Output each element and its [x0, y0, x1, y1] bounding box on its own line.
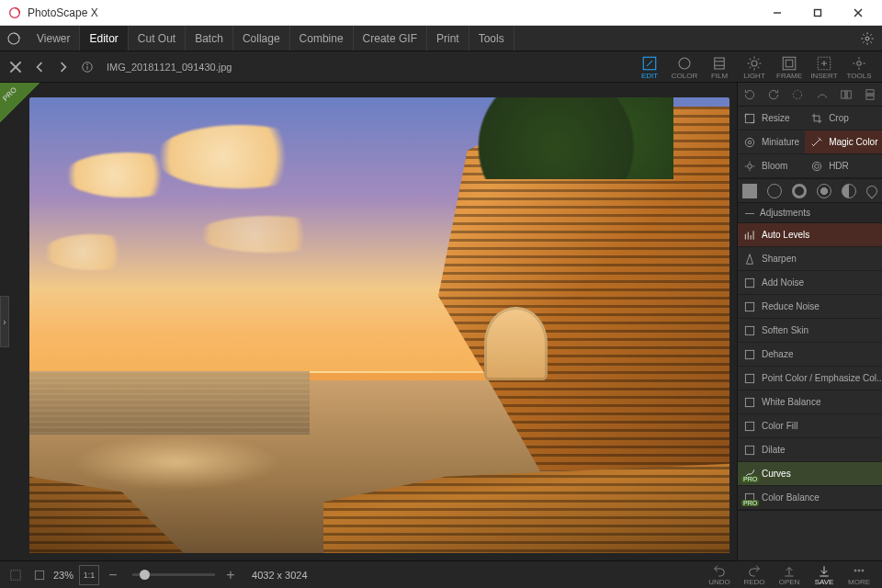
tool-light[interactable]: LIGHT [737, 51, 772, 83]
image-dimensions: 4032 x 3024 [252, 570, 308, 581]
film-icon [711, 55, 728, 72]
option-point-color-emphasize-col-[interactable]: Point Color / Emphasize Col.. [738, 367, 882, 390]
grid-view-icon[interactable] [6, 565, 26, 585]
shape-halfcircle-icon[interactable] [842, 184, 856, 198]
zoom-in-button[interactable]: + [220, 565, 241, 585]
wand-icon [810, 136, 823, 149]
flip-horizontal-icon[interactable] [838, 86, 854, 103]
tool-edit[interactable]: EDIT [632, 51, 667, 83]
option-crop[interactable]: Crop [805, 107, 882, 130]
svg-rect-46 [745, 374, 753, 382]
svg-rect-53 [745, 446, 753, 454]
option-sharpen[interactable]: Sharpen [738, 247, 882, 271]
close-file-button[interactable] [6, 57, 26, 77]
option-auto-levels[interactable]: Auto Levels [738, 223, 882, 247]
svg-rect-18 [783, 57, 796, 70]
app-logo-icon[interactable] [0, 30, 28, 47]
svg-rect-44 [745, 350, 753, 358]
next-image-button[interactable] [53, 57, 74, 77]
shape-drop-icon[interactable] [864, 183, 879, 198]
straighten-icon[interactable] [814, 86, 831, 103]
tool-tools[interactable]: TOOLS [842, 51, 876, 83]
menu-tab-viewer[interactable]: Viewer [28, 26, 80, 51]
expand-sidebar-handle[interactable]: › [0, 296, 9, 347]
actual-size-button[interactable]: 1:1 [79, 565, 99, 585]
menu-tab-tools[interactable]: Tools [469, 26, 514, 51]
option-dehaze[interactable]: Dehaze [738, 343, 882, 367]
autolevels-icon [743, 229, 756, 242]
option-white-balance[interactable]: White Balance [738, 390, 882, 414]
menu-tab-batch[interactable]: Batch [186, 26, 233, 51]
minimize-button[interactable] [757, 0, 797, 26]
zoom-slider[interactable] [132, 573, 215, 576]
hdr-icon [810, 160, 823, 173]
side-panel: ResizeCropMiniatureMagic ColorBloomHDR —… [737, 83, 882, 560]
option-curves[interactable]: PROCurves [738, 462, 882, 486]
svg-rect-31 [745, 114, 753, 122]
frame-icon [781, 55, 797, 72]
menu-tab-collage[interactable]: Collage [233, 26, 290, 51]
tool-film[interactable]: FILM [702, 51, 737, 83]
resize-icon [743, 112, 756, 125]
tool-frame[interactable]: FRAME [772, 51, 807, 83]
option-resize[interactable]: Resize [738, 107, 805, 130]
svg-rect-19 [786, 60, 793, 67]
shape-square-fill-icon[interactable] [742, 184, 757, 198]
menu-tab-print[interactable]: Print [427, 26, 469, 51]
action-redo[interactable]: REDO [737, 561, 772, 588]
svg-rect-48 [745, 398, 753, 406]
option-add-noise[interactable]: Add Noise [738, 271, 882, 295]
option-magic-color[interactable]: Magic Color [805, 130, 882, 154]
info-button[interactable] [77, 57, 97, 77]
fit-view-icon[interactable] [29, 565, 50, 585]
canvas-area[interactable]: PRO › [0, 83, 737, 560]
option-color-balance[interactable]: PROColor Balance [738, 486, 882, 510]
settings-gear-icon[interactable] [853, 31, 882, 46]
close-button[interactable] [838, 0, 878, 26]
menu-tab-editor[interactable]: Editor [80, 26, 128, 51]
menu-tab-cut-out[interactable]: Cut Out [129, 26, 186, 51]
tool-color[interactable]: COLOR [667, 51, 702, 83]
shape-ring-icon[interactable] [792, 184, 807, 198]
flip-vertical-icon[interactable] [862, 86, 878, 103]
action-open[interactable]: OPEN [772, 561, 807, 588]
miniature-icon [743, 136, 756, 149]
svg-point-34 [748, 164, 752, 168]
tool-insert[interactable]: INSERT [807, 51, 842, 83]
action-more[interactable]: MORE [842, 561, 876, 588]
option-soften-skin[interactable]: Soften Skin [738, 319, 882, 343]
action-undo[interactable]: UNDO [702, 561, 737, 588]
zoom-percent: 23% [53, 570, 74, 581]
svg-rect-57 [11, 570, 21, 580]
rotate-arbitrary-icon[interactable] [789, 86, 806, 103]
svg-rect-29 [866, 96, 874, 99]
adjustments-header[interactable]: — Adjustments [738, 203, 882, 223]
file-toolbar: IMG_20181121_091430.jpg EDITCOLORFILMLIG… [0, 51, 882, 83]
adjustments-label: Adjustments [760, 208, 810, 218]
maximize-button[interactable] [797, 0, 838, 26]
option-color-fill[interactable]: Color Fill [738, 414, 882, 438]
svg-point-36 [815, 164, 820, 168]
option-reduce-noise[interactable]: Reduce Noise [738, 295, 882, 319]
option-miniature[interactable]: Miniature [738, 130, 805, 154]
option-bloom[interactable]: Bloom [738, 154, 805, 178]
zoom-out-button[interactable]: − [103, 565, 123, 585]
shape-circle-icon[interactable] [767, 184, 782, 198]
color-icon [676, 55, 693, 72]
option-dilate[interactable]: Dilate [738, 438, 882, 462]
svg-rect-26 [847, 90, 851, 97]
shape-dot-icon[interactable] [817, 184, 831, 198]
rotate-right-icon[interactable] [765, 86, 782, 103]
svg-point-17 [752, 61, 757, 66]
addnoise-icon [743, 277, 756, 289]
prev-image-button[interactable] [29, 57, 50, 77]
option-hdr[interactable]: HDR [805, 154, 882, 178]
menu-tab-create-gif[interactable]: Create GIF [354, 26, 427, 51]
menu-tab-combine[interactable]: Combine [290, 26, 354, 51]
svg-point-13 [679, 58, 690, 69]
rotate-left-icon[interactable] [741, 86, 758, 103]
tools-icon [851, 55, 867, 72]
action-save[interactable]: SAVE [807, 561, 842, 588]
svg-point-6 [865, 37, 869, 40]
image-preview[interactable] [29, 97, 729, 553]
